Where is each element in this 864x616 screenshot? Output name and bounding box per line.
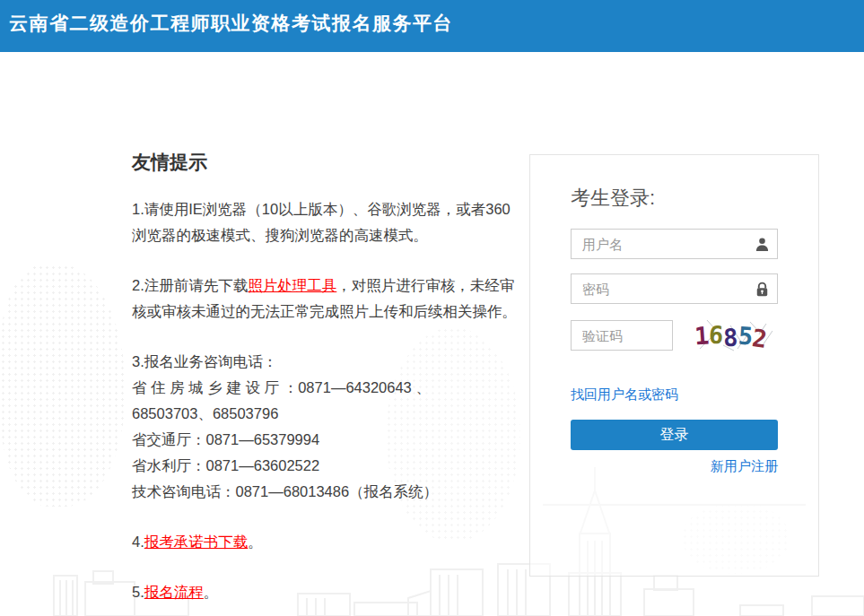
new-user-register-link[interactable]: 新用户注册 xyxy=(571,458,778,475)
consult-phone-heading: 3.报名业务咨询电话： xyxy=(132,353,277,369)
captcha-input[interactable] xyxy=(571,320,673,351)
login-button[interactable]: 登录 xyxy=(571,420,778,450)
tip-2-text: 2.注册前请先下载 xyxy=(132,277,248,293)
page-title: 云南省二级造价工程师职业资格考试报名服务平台 xyxy=(0,0,864,36)
user-icon xyxy=(755,237,770,252)
housing-dept-phone: 省 住 房 城 乡 建 设 厅 ：0871—64320643 、 xyxy=(132,379,431,395)
username-input[interactable] xyxy=(571,229,778,259)
commitment-letter-download-link[interactable]: 报考承诺书下载 xyxy=(144,534,249,550)
login-heading: 考生登录: xyxy=(571,185,778,212)
tip-item-1: 1.请使用IE浏览器（10以上版本）、谷歌浏览器，或者360浏览器的极速模式、搜… xyxy=(132,196,519,248)
tips-heading: 友情提示 xyxy=(132,150,519,175)
captcha-image[interactable]: 16852 xyxy=(684,318,778,352)
tech-support-phone: 技术咨询电话：0871—68013486（报名系统） xyxy=(132,483,438,499)
tip-item-4: 4.报考承诺书下载。 xyxy=(132,529,519,555)
photo-tool-download-link[interactable]: 照片处理工具 xyxy=(248,277,336,293)
captcha-row: 16852 xyxy=(571,318,778,352)
login-panel: 考生登录: xyxy=(529,154,819,577)
tip-item-2: 2.注册前请先下载照片处理工具，对照片进行审核，未经审核或审核未通过的无法正常完… xyxy=(132,273,519,325)
housing-dept-phone-2: 68503703、68503796 xyxy=(132,405,278,421)
password-field-wrap xyxy=(571,273,778,304)
password-input[interactable] xyxy=(571,273,778,304)
lock-icon xyxy=(755,282,770,297)
forgot-credentials-link[interactable]: 找回用户名或密码 xyxy=(571,386,678,403)
page-header: 云南省二级造价工程师职业资格考试报名服务平台 xyxy=(0,0,864,52)
captcha-digit: 2 xyxy=(751,325,769,351)
tip-5-period: 。 xyxy=(204,584,219,600)
captcha-digit: 8 xyxy=(723,325,738,350)
water-dept-phone: 省水利厅：0871—63602522 xyxy=(132,457,319,473)
dot-pattern-decoration xyxy=(0,265,126,507)
transport-dept-phone: 省交通厅：0871—65379994 xyxy=(132,431,319,447)
tip-5-number: 5. xyxy=(132,584,144,600)
username-field-wrap xyxy=(571,229,778,259)
tip-item-5: 5.报名流程。 xyxy=(132,579,519,605)
friendly-tips-section: 友情提示 1.请使用IE浏览器（10以上版本）、谷歌浏览器，或者360浏览器的极… xyxy=(132,150,519,616)
captcha-digit: 6 xyxy=(708,322,724,347)
tip-item-3: 3.报名业务咨询电话： 省 住 房 城 乡 建 设 厅 ：0871—643206… xyxy=(132,349,519,505)
registration-process-link[interactable]: 报名流程 xyxy=(144,584,204,600)
tip-4-number: 4. xyxy=(132,534,144,550)
tip-4-period: 。 xyxy=(248,534,263,550)
captcha-digit: 1 xyxy=(694,323,710,348)
